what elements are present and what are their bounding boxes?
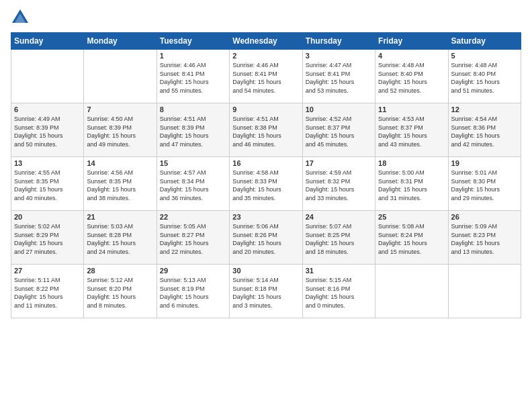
calendar-cell: 24Sunrise: 5:07 AM Sunset: 8:25 PM Dayli…	[302, 211, 375, 265]
calendar-cell: 7Sunrise: 4:50 AM Sunset: 8:39 PM Daylig…	[84, 103, 157, 157]
calendar-cell: 5Sunrise: 4:48 AM Sunset: 8:40 PM Daylig…	[448, 50, 521, 103]
day-info: Sunrise: 5:05 AM Sunset: 8:27 PM Dayligh…	[160, 222, 226, 256]
calendar-cell: 2Sunrise: 4:46 AM Sunset: 8:41 PM Daylig…	[230, 50, 302, 103]
day-number: 22	[160, 213, 226, 221]
day-info: Sunrise: 4:48 AM Sunset: 8:40 PM Dayligh…	[451, 61, 518, 95]
calendar-cell	[84, 50, 157, 103]
day-info: Sunrise: 4:57 AM Sunset: 8:34 PM Dayligh…	[160, 169, 226, 202]
day-info: Sunrise: 4:51 AM Sunset: 8:38 PM Dayligh…	[232, 115, 299, 148]
day-info: Sunrise: 4:47 AM Sunset: 8:41 PM Dayligh…	[306, 61, 372, 95]
day-number: 29	[160, 267, 226, 275]
day-info: Sunrise: 5:13 AM Sunset: 8:19 PM Dayligh…	[160, 276, 226, 310]
day-info: Sunrise: 5:12 AM Sunset: 8:20 PM Dayligh…	[87, 276, 153, 310]
calendar-cell: 22Sunrise: 5:05 AM Sunset: 8:27 PM Dayli…	[157, 211, 229, 265]
day-number: 28	[87, 267, 153, 275]
calendar-cell: 15Sunrise: 4:57 AM Sunset: 8:34 PM Dayli…	[157, 157, 229, 211]
day-number: 31	[306, 267, 372, 275]
day-number: 4	[378, 52, 445, 60]
day-number: 17	[306, 159, 372, 167]
calendar-cell: 6Sunrise: 4:49 AM Sunset: 8:39 PM Daylig…	[11, 103, 84, 157]
day-number: 9	[232, 105, 299, 113]
day-number: 27	[14, 267, 81, 275]
day-info: Sunrise: 4:58 AM Sunset: 8:33 PM Dayligh…	[232, 169, 299, 202]
weekday-header-friday: Friday	[375, 33, 448, 50]
day-info: Sunrise: 4:49 AM Sunset: 8:39 PM Dayligh…	[14, 115, 81, 148]
calendar-cell: 10Sunrise: 4:52 AM Sunset: 8:37 PM Dayli…	[302, 103, 375, 157]
day-info: Sunrise: 5:02 AM Sunset: 8:29 PM Dayligh…	[14, 222, 81, 256]
calendar-cell: 31Sunrise: 5:15 AM Sunset: 8:16 PM Dayli…	[302, 265, 375, 318]
day-info: Sunrise: 4:56 AM Sunset: 8:35 PM Dayligh…	[87, 169, 153, 202]
weekday-header-tuesday: Tuesday	[157, 33, 229, 50]
day-number: 20	[14, 213, 81, 221]
weekday-header-thursday: Thursday	[302, 33, 375, 50]
calendar-cell: 27Sunrise: 5:11 AM Sunset: 8:22 PM Dayli…	[11, 265, 84, 318]
day-info: Sunrise: 5:09 AM Sunset: 8:23 PM Dayligh…	[451, 222, 518, 256]
weekday-header-saturday: Saturday	[448, 33, 521, 50]
logo-icon	[11, 8, 30, 27]
day-info: Sunrise: 4:55 AM Sunset: 8:35 PM Dayligh…	[14, 169, 81, 202]
calendar-cell: 21Sunrise: 5:03 AM Sunset: 8:28 PM Dayli…	[84, 211, 157, 265]
day-info: Sunrise: 4:46 AM Sunset: 8:41 PM Dayligh…	[160, 61, 226, 95]
calendar-cell: 29Sunrise: 5:13 AM Sunset: 8:19 PM Dayli…	[157, 265, 229, 318]
day-number: 3	[306, 52, 372, 60]
day-info: Sunrise: 4:51 AM Sunset: 8:39 PM Dayligh…	[160, 115, 226, 148]
calendar-cell: 13Sunrise: 4:55 AM Sunset: 8:35 PM Dayli…	[11, 157, 84, 211]
day-number: 10	[306, 105, 372, 113]
day-number: 26	[451, 213, 518, 221]
day-info: Sunrise: 5:07 AM Sunset: 8:25 PM Dayligh…	[306, 222, 372, 256]
calendar-cell: 19Sunrise: 5:01 AM Sunset: 8:30 PM Dayli…	[448, 157, 521, 211]
day-number: 1	[160, 52, 226, 60]
day-number: 16	[232, 159, 299, 167]
day-number: 8	[160, 105, 226, 113]
day-info: Sunrise: 4:50 AM Sunset: 8:39 PM Dayligh…	[87, 115, 153, 148]
day-number: 6	[14, 105, 81, 113]
calendar-cell: 4Sunrise: 4:48 AM Sunset: 8:40 PM Daylig…	[375, 50, 448, 103]
calendar-cell: 23Sunrise: 5:06 AM Sunset: 8:26 PM Dayli…	[230, 211, 302, 265]
day-info: Sunrise: 4:53 AM Sunset: 8:37 PM Dayligh…	[378, 115, 445, 148]
calendar-cell: 14Sunrise: 4:56 AM Sunset: 8:35 PM Dayli…	[84, 157, 157, 211]
day-info: Sunrise: 5:08 AM Sunset: 8:24 PM Dayligh…	[378, 222, 445, 256]
day-number: 12	[451, 105, 518, 113]
calendar-week-1: 1Sunrise: 4:46 AM Sunset: 8:41 PM Daylig…	[11, 50, 521, 103]
day-info: Sunrise: 5:06 AM Sunset: 8:26 PM Dayligh…	[232, 222, 299, 256]
calendar-cell: 12Sunrise: 4:54 AM Sunset: 8:36 PM Dayli…	[448, 103, 521, 157]
day-number: 11	[378, 105, 445, 113]
weekday-header-row: SundayMondayTuesdayWednesdayThursdayFrid…	[11, 33, 521, 50]
calendar-cell: 1Sunrise: 4:46 AM Sunset: 8:41 PM Daylig…	[157, 50, 229, 103]
calendar-cell: 28Sunrise: 5:12 AM Sunset: 8:20 PM Dayli…	[84, 265, 157, 318]
calendar-cell: 3Sunrise: 4:47 AM Sunset: 8:41 PM Daylig…	[302, 50, 375, 103]
calendar-cell: 20Sunrise: 5:02 AM Sunset: 8:29 PM Dayli…	[11, 211, 84, 265]
day-info: Sunrise: 5:00 AM Sunset: 8:31 PM Dayligh…	[378, 169, 445, 202]
calendar-cell	[11, 50, 84, 103]
calendar-cell	[375, 265, 448, 318]
calendar-cell: 16Sunrise: 4:58 AM Sunset: 8:33 PM Dayli…	[230, 157, 302, 211]
day-number: 23	[232, 213, 299, 221]
calendar-cell: 30Sunrise: 5:14 AM Sunset: 8:18 PM Dayli…	[230, 265, 302, 318]
weekday-header-wednesday: Wednesday	[230, 33, 302, 50]
day-info: Sunrise: 4:48 AM Sunset: 8:40 PM Dayligh…	[378, 61, 445, 95]
calendar-cell: 18Sunrise: 5:00 AM Sunset: 8:31 PM Dayli…	[375, 157, 448, 211]
day-info: Sunrise: 4:54 AM Sunset: 8:36 PM Dayligh…	[451, 115, 518, 148]
calendar-week-3: 13Sunrise: 4:55 AM Sunset: 8:35 PM Dayli…	[11, 157, 521, 211]
calendar-week-5: 27Sunrise: 5:11 AM Sunset: 8:22 PM Dayli…	[11, 265, 521, 318]
day-number: 5	[451, 52, 518, 60]
day-number: 15	[160, 159, 226, 167]
weekday-header-sunday: Sunday	[11, 33, 84, 50]
day-number: 13	[14, 159, 81, 167]
day-number: 18	[378, 159, 445, 167]
calendar-cell: 9Sunrise: 4:51 AM Sunset: 8:38 PM Daylig…	[230, 103, 302, 157]
day-number: 30	[232, 267, 299, 275]
page: SundayMondayTuesdayWednesdayThursdayFrid…	[0, 0, 532, 411]
calendar-cell: 26Sunrise: 5:09 AM Sunset: 8:23 PM Dayli…	[448, 211, 521, 265]
header	[11, 8, 521, 27]
day-number: 21	[87, 213, 153, 221]
day-number: 7	[87, 105, 153, 113]
day-number: 2	[232, 52, 299, 60]
day-info: Sunrise: 4:52 AM Sunset: 8:37 PM Dayligh…	[306, 115, 372, 148]
calendar: SundayMondayTuesdayWednesdayThursdayFrid…	[11, 32, 521, 318]
calendar-cell: 25Sunrise: 5:08 AM Sunset: 8:24 PM Dayli…	[375, 211, 448, 265]
day-number: 25	[378, 213, 445, 221]
calendar-week-4: 20Sunrise: 5:02 AM Sunset: 8:29 PM Dayli…	[11, 211, 521, 265]
calendar-cell	[448, 265, 521, 318]
day-info: Sunrise: 5:15 AM Sunset: 8:16 PM Dayligh…	[306, 276, 372, 310]
